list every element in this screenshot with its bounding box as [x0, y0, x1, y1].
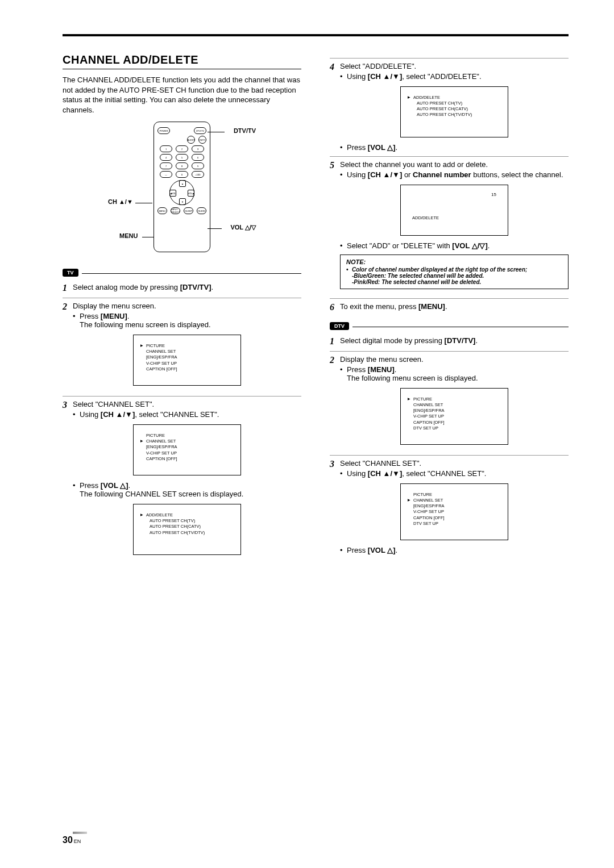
step-sub: Using [CH ▲/▼] or Channel number buttons… [347, 170, 569, 179]
txt: The following menu screen is displayed. [80, 320, 211, 329]
vol-button-ref: [VOL △] [368, 143, 396, 152]
txt: or [402, 170, 413, 179]
dtv-tv-button-ref: [DTV/TV] [445, 336, 476, 345]
menu-item: AUTO PRESET CH(CATV) [146, 524, 235, 529]
menu-button-ref: [MENU] [101, 312, 127, 320]
menu-item: V-CHIP SET UP [146, 450, 235, 456]
menu-item: CAPTION [OFF] [146, 366, 235, 372]
add-delete-screen: ADD/DELETE AUTO PRESET CH(TV) AUTO PRESE… [400, 86, 508, 137]
menu-item: V-CHIP SET UP [146, 361, 235, 366]
step-text: Select the channel you want to add or de… [340, 160, 488, 169]
txt: Select "ADD" or "DELETE" with [347, 241, 452, 250]
menu-item: ADD/DELETE [413, 95, 502, 101]
menu-button-ref: [MENU] [368, 365, 395, 374]
guide-btn: GUIDE [197, 207, 206, 214]
key-6: 6 [192, 154, 204, 161]
txt: Select digital mode by pressing [340, 336, 445, 345]
step-text: Select "CHANNEL SET". [73, 400, 154, 408]
menu-item: CHANNEL SET [146, 349, 235, 354]
menu-item: CAPTION [OFF] [413, 515, 502, 521]
vol-button-ref: [VOL △/▽] [452, 241, 487, 250]
dtv-tv-button-ref: [DTV/TV] [180, 283, 211, 291]
input-btn: INPUT SELECT [171, 207, 181, 214]
menu-item: PICTURE [413, 397, 502, 402]
dtv-menu-screen-2: PICTURE CHANNEL SET [ENG]/ESP/FRA V-CHIP… [400, 483, 508, 540]
step-number: 3 [63, 400, 73, 561]
key-0: 0 [176, 171, 188, 178]
key-9: 9 [192, 162, 204, 169]
tv-tag-row: TV [63, 269, 301, 277]
dtv-menu-screen-1: PICTURE CHANNEL SET [ENG]/ESP/FRA V-CHIP… [400, 388, 508, 445]
step-text: Display the menu screen. [73, 302, 156, 310]
channel-number-ref: Channel number [413, 170, 471, 179]
menu-item: DTV SET UP [413, 521, 502, 527]
txt: buttons, select the channel. [471, 170, 563, 179]
page-lang: EN [74, 838, 81, 844]
menu-item: ADD/DELETE [146, 512, 235, 518]
key-5: 5 [176, 154, 188, 161]
period: . [396, 143, 398, 152]
menu-item: V-CHIP SET UP [413, 414, 502, 419]
step-body: Select "ADD/DELETE". Using [CH ▲/▼], sel… [340, 62, 569, 152]
ch-button-ref: [CH ▲/▼] [368, 72, 402, 81]
dtv-tag-row: DTV [330, 323, 569, 331]
step-number: 2 [63, 302, 73, 391]
step-sub: Press [VOL △]. The following CHANNEL SET… [80, 481, 301, 498]
menu-item: CHANNEL SET [413, 498, 502, 503]
key-4: 4 [160, 154, 172, 161]
ch-button-ref: [CH ▲/▼] [368, 469, 402, 478]
key-100: +100 [192, 171, 204, 178]
menu-item: [ENG]/ESP/FRA [146, 444, 235, 450]
step-body: Select analog mode by pressing [DTV/TV]. [73, 283, 301, 293]
menu-item: DTV SET UP [413, 425, 502, 431]
label-vol: VOL △/▽ [230, 224, 256, 231]
two-columns: CHANNEL ADD/DELETE The CHANNEL ADD/DELET… [63, 53, 569, 565]
txt: , select "ADD/DELETE". [402, 72, 481, 81]
menu-item: AUTO PRESET CH(TV/DTV) [146, 530, 235, 536]
note-box: NOTE: Color of channel number displayed … [340, 254, 569, 289]
txt: Press [347, 365, 368, 374]
dtv-tag: DTV [330, 322, 349, 330]
menu-item: CAPTION [OFF] [146, 456, 235, 462]
step-text: Select analog mode by pressing [73, 283, 180, 291]
menu-item: AUTO PRESET CH(CATV) [413, 106, 502, 112]
dpad-right: VOL▶ [188, 190, 194, 197]
key-1: 1 [160, 145, 172, 152]
dtv-step-1: 1 Select digital mode by pressing [DTV/T… [330, 335, 569, 347]
dtv-step-2: 2 Display the menu screen. Press [MENU].… [330, 351, 569, 450]
txt: Using [347, 72, 368, 81]
txt: Press [347, 546, 368, 554]
right-column: 4 Select "ADD/DELETE". Using [CH ▲/▼], s… [330, 53, 569, 565]
dpad-up: ▲ [179, 180, 186, 187]
txt: Press [80, 312, 101, 320]
note-text: -Blue/Green: The selected channel will b… [352, 273, 484, 279]
menu-screen-2: PICTURE CHANNEL SET [ENG]/ESP/FRA V-CHIP… [133, 424, 241, 475]
leader-line [208, 132, 225, 132]
step-number: 5 [330, 160, 340, 294]
key-dash: — [160, 171, 172, 178]
remote-diagram: POWERDTV/TV AUDIOINFO 123 456 789 —0+100… [108, 122, 256, 264]
top-rule [63, 34, 569, 36]
step-text: Select "CHANNEL SET". [340, 459, 421, 468]
key-2: 2 [176, 145, 188, 152]
dpad-down: ▼ [179, 198, 186, 205]
note-text: -Pink/Red: The selected channel will be … [352, 279, 481, 285]
step-sub: Press [MENU]. The following menu screen … [80, 312, 301, 329]
label-dtv-tv: DTV/TV [234, 127, 256, 134]
page-number-rule [73, 832, 87, 834]
vol-button-ref: [VOL △] [368, 546, 396, 554]
period: . [445, 302, 447, 311]
menu-item: AUTO PRESET CH(TV) [146, 518, 235, 524]
step-sub: Using [CH ▲/▼], select "CHANNEL SET". [80, 410, 301, 419]
step-6: 6 To exit the menu, press [MENU]. [330, 298, 569, 312]
txt: Using [347, 170, 368, 179]
step-number: 4 [330, 62, 340, 152]
menu-item: [ENG]/ESP/FRA [146, 354, 235, 360]
step-body: Display the menu screen. Press [MENU]. T… [340, 355, 569, 450]
step-number: 6 [330, 302, 340, 312]
dpad: ▲ ▼ ◀VOL VOL▶ [169, 180, 194, 205]
tag-rule [82, 273, 301, 274]
step-sub: Using [CH ▲/▼], select "ADD/DELETE". [347, 72, 569, 81]
step-number: 2 [330, 355, 340, 450]
power-btn: POWER [157, 127, 170, 134]
